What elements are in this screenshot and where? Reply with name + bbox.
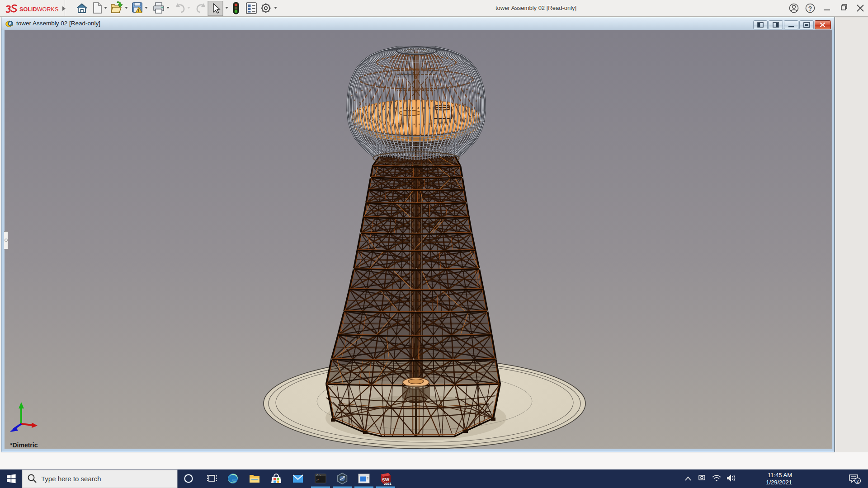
svg-text:>_: >_	[316, 478, 321, 482]
svg-text:Type here to search: Type here to search	[41, 475, 101, 483]
svg-text:11:45 AM: 11:45 AM	[768, 472, 792, 479]
svg-text:?: ?	[808, 5, 812, 12]
svg-text:SOLIDWORKS: SOLIDWORKS	[19, 6, 58, 13]
svg-text:2021: 2021	[384, 482, 392, 486]
svg-text:2: 2	[856, 479, 859, 483]
svg-text:*Dimetric: *Dimetric	[10, 441, 38, 449]
svg-text:C:\: C:\	[316, 474, 321, 477]
svg-text:1/29/2021: 1/29/2021	[766, 479, 792, 486]
